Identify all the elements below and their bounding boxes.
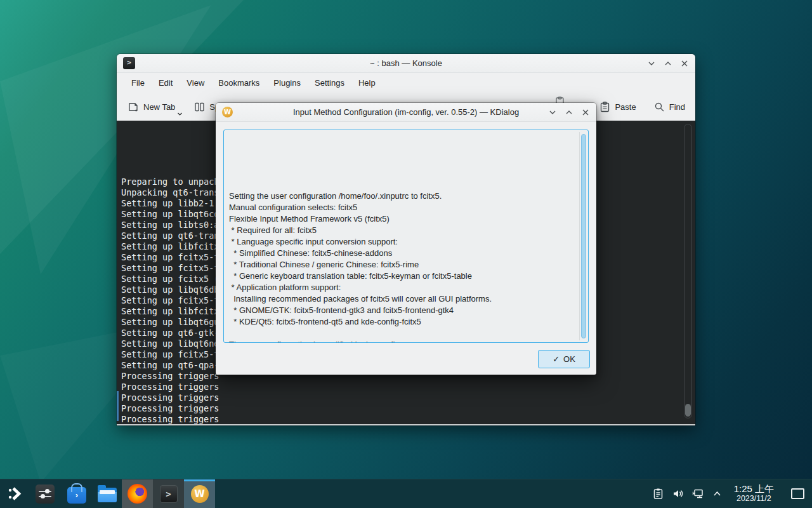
desktop-screen: > ~ : bash — Konsole FileEditViewBookmar… <box>0 0 812 508</box>
menu-item[interactable]: Plugins <box>266 78 308 88</box>
dialog-message-line: Manual configuration selects: fcitx5 <box>229 202 573 213</box>
ok-button[interactable]: ✓ OK <box>538 350 590 368</box>
terminal-output-line: Processing triggers <box>121 403 695 414</box>
terminal-output-line: Processing triggers <box>121 414 695 424</box>
close-icon[interactable] <box>680 59 689 68</box>
new-tab-button[interactable]: New Tab <box>128 102 175 112</box>
maximize-icon[interactable] <box>664 59 672 68</box>
kdialog-app-icon: W <box>222 107 233 117</box>
paste-button[interactable]: Paste <box>599 102 636 112</box>
discover-icon: › <box>67 487 86 504</box>
dialog-message-line: Installing recommended packages of fcitx… <box>229 293 573 305</box>
tray-expand-chevron-icon[interactable] <box>710 487 724 501</box>
dialog-message-line: The user configuration is modified by im… <box>229 339 573 343</box>
app-launcher-button[interactable] <box>1 479 29 508</box>
kdialog-window: W Input Method Configuration (im-config,… <box>216 103 596 375</box>
dialog-message-line: * GNOME/GTK: fcitx5-frontend-gtk3 and fc… <box>229 305 573 316</box>
kdialog-icon: W <box>191 485 209 503</box>
app-launcher-icon <box>7 485 24 502</box>
file-manager-button[interactable] <box>93 479 122 508</box>
dialog-message-line: * Required for all: fcitx5 <box>229 225 573 236</box>
dialog-message-line: * Language specific input conversion sup… <box>229 236 573 248</box>
menu-item[interactable]: File <box>124 78 152 88</box>
volume-icon[interactable] <box>671 487 685 501</box>
dialog-message-line: Setting the user configuration /home/foo… <box>229 190 573 202</box>
terminal-output-line: Processing triggers <box>121 382 695 392</box>
konsole-icon: > <box>160 485 178 503</box>
checkmark-icon: ✓ <box>553 354 560 364</box>
clock-time: 1:25 上午 <box>734 484 774 495</box>
menu-item[interactable]: Bookmarks <box>211 78 266 88</box>
konsole-titlebar[interactable]: > ~ : bash — Konsole <box>117 54 695 73</box>
konsole-app-icon: > <box>123 57 135 69</box>
show-desktop-button[interactable] <box>791 488 804 499</box>
dialog-message-line: * Traditional Chinese / generic Chinese:… <box>229 259 573 271</box>
clipboard-icon[interactable] <box>652 487 665 501</box>
minimize-icon[interactable] <box>647 59 656 68</box>
dialog-message-box[interactable]: Setting the user configuration /home/foo… <box>223 130 589 343</box>
konsole-window-title: ~ : bash — Konsole <box>370 58 442 68</box>
menu-item[interactable]: Help <box>351 78 383 88</box>
close-icon[interactable] <box>581 108 590 117</box>
system-tray: 1:25 上午 2023/11/2 <box>652 484 807 503</box>
kdialog-titlebar[interactable]: W Input Method Configuration (im-config,… <box>216 103 596 122</box>
terminal-scrollbar[interactable] <box>684 124 692 418</box>
dialog-message-line: Flexible Input Method Framework v5 (fcit… <box>229 213 573 225</box>
maximize-icon[interactable] <box>565 108 573 117</box>
system-settings-icon <box>36 485 55 504</box>
dialog-message-line: * Application platform support: <box>229 282 573 293</box>
terminal-scrollbar-thumb[interactable] <box>685 404 691 417</box>
dialog-message-line: * Simplified Chinese: fcitx5-chinese-add… <box>229 248 573 259</box>
konsole-menubar: FileEditViewBookmarksPluginsSettingsHelp <box>117 73 695 93</box>
clock[interactable]: 1:25 上午 2023/11/2 <box>734 484 774 503</box>
menu-item[interactable]: Settings <box>308 78 351 88</box>
chevron-down-icon[interactable] <box>177 111 183 117</box>
dialog-message-line <box>229 328 573 339</box>
task-kdialog-active[interactable]: W <box>184 479 215 508</box>
folder-icon <box>98 488 117 502</box>
clock-date: 2023/11/2 <box>734 495 774 504</box>
dialog-message-line: * KDE/Qt5: fcitx5-frontend-qt5 and kde-c… <box>229 316 573 328</box>
dialog-message-line: * Generic keyboard translation table: fc… <box>229 271 573 282</box>
terminal-output-line: Processing triggers <box>121 392 695 403</box>
menu-item[interactable]: View <box>180 78 211 88</box>
menu-item[interactable]: Edit <box>152 78 180 88</box>
kdialog-window-title: Input Method Configuration (im-config, v… <box>293 107 519 117</box>
task-firefox[interactable] <box>122 479 153 508</box>
network-icon[interactable] <box>691 487 705 501</box>
new-output-indicator <box>117 391 119 421</box>
find-button[interactable]: Find <box>654 102 685 112</box>
taskbar: › > W 1:25 上午 <box>0 479 812 508</box>
discover-button[interactable]: › <box>61 479 93 508</box>
dialog-scrollbar-thumb[interactable] <box>581 134 586 338</box>
dialog-scrollbar[interactable] <box>579 132 587 340</box>
system-settings-button[interactable] <box>29 479 61 508</box>
firefox-icon <box>128 484 147 504</box>
window-bottom-edge <box>117 424 695 425</box>
task-konsole[interactable]: > <box>153 479 184 508</box>
minimize-icon[interactable] <box>548 108 557 117</box>
